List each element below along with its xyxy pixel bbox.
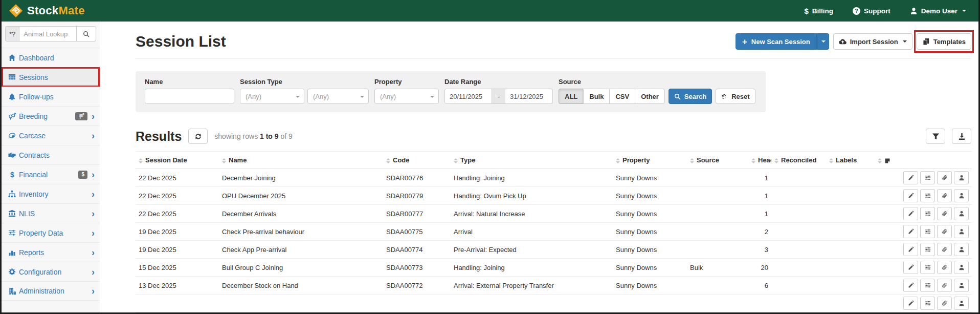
stockmate-logo[interactable]: StockMate	[8, 3, 85, 19]
col-source[interactable]: Source	[687, 152, 748, 169]
col-property[interactable]: Property	[613, 152, 687, 169]
source-bulk-button[interactable]: Bulk	[583, 89, 610, 104]
sidebar-item-dashboard[interactable]: Dashboard	[2, 48, 100, 67]
sidebar-item-reports[interactable]: Reports ›	[2, 242, 100, 262]
col-head[interactable]: Head	[748, 152, 771, 169]
export-download-button[interactable]	[952, 129, 971, 144]
source-other-button[interactable]: Other	[635, 89, 665, 104]
edit-session-button[interactable]	[903, 189, 918, 202]
session-details-button[interactable]	[920, 225, 935, 238]
filter-columns-button[interactable]	[926, 129, 945, 144]
source-csv-button[interactable]: CSV	[609, 89, 635, 104]
sidebar-item-breeding[interactable]: Breeding ⚤ ›	[2, 106, 100, 125]
billing-link[interactable]: $ Billing	[804, 7, 833, 15]
date-to-input[interactable]	[505, 89, 553, 104]
sidebar-item-administration[interactable]: Administration ›	[2, 281, 100, 301]
sidebar-item-financial[interactable]: $ Financial $ ›	[2, 164, 100, 184]
session-row[interactable]	[136, 295, 972, 312]
cell-property: Sunny Downs	[613, 241, 687, 259]
col-labels[interactable]: Labels	[826, 152, 875, 169]
edit-session-button[interactable]	[903, 261, 918, 274]
session-details-button[interactable]	[920, 261, 935, 274]
session-row[interactable]: 13 Dec 2025 December Stock on Hand SDAA0…	[136, 277, 972, 295]
edit-session-button[interactable]	[903, 279, 918, 292]
user-label: Demo User	[921, 7, 957, 15]
reset-button[interactable]: Reset	[716, 89, 755, 104]
col-notes[interactable]	[875, 152, 900, 169]
session-details-button[interactable]	[920, 207, 935, 220]
cell-name: Check Pre-arrival behaviour	[219, 223, 383, 241]
assign-user-button[interactable]	[954, 225, 969, 238]
session-row[interactable]: 22 Dec 2025 December Joining SDAR00776 H…	[136, 169, 972, 187]
templates-button[interactable]: Templates	[917, 33, 971, 50]
cell-reconciled	[771, 259, 826, 277]
animal-lookup-input[interactable]	[19, 26, 77, 41]
date-from-input[interactable]	[444, 89, 492, 104]
search-button[interactable]: Search	[669, 89, 712, 104]
cell-name: December Joining	[219, 169, 383, 187]
session-row[interactable]: 19 Dec 2025 Check Pre-arrival behaviour …	[136, 223, 972, 241]
attachments-button[interactable]	[937, 297, 952, 310]
col-name[interactable]: Name	[219, 152, 383, 169]
sidebar-item-carcase[interactable]: Carcase ›	[2, 125, 100, 145]
attachments-button[interactable]	[937, 171, 952, 184]
edit-session-button[interactable]	[903, 225, 918, 238]
attachments-button[interactable]	[937, 189, 952, 202]
session-row[interactable]: 15 Dec 2025 Bull Group C Joining SDAA007…	[136, 259, 972, 277]
cell-type: Handling: Joining	[451, 259, 613, 277]
session-details-button[interactable]	[920, 189, 935, 202]
new-scan-session-button[interactable]: + New Scan Session	[736, 33, 817, 50]
session-type-filter-label: Session Type	[240, 78, 369, 86]
animal-lookup-search-button[interactable]	[77, 26, 96, 41]
cell-labels	[826, 259, 875, 277]
edit-session-button[interactable]	[903, 171, 918, 184]
source-all-button[interactable]: ALL	[559, 89, 584, 104]
cell-labels	[826, 295, 875, 312]
import-session-button[interactable]: Import Session	[833, 33, 912, 50]
name-filter-input[interactable]	[145, 89, 234, 104]
session-row[interactable]: 19 Dec 2025 Check App Pre-arrival SDAA00…	[136, 241, 972, 259]
new-scan-session-caret-button[interactable]	[817, 33, 829, 50]
session-details-button[interactable]	[920, 297, 935, 310]
sidebar-item-sessions[interactable]: Sessions	[2, 67, 100, 87]
edit-session-button[interactable]	[903, 297, 918, 310]
attachments-button[interactable]	[937, 243, 952, 256]
col-code[interactable]: Code	[383, 152, 451, 169]
sidebar-item-nlis[interactable]: NLIS ›	[2, 203, 100, 223]
refresh-button[interactable]	[188, 129, 208, 144]
session-row[interactable]: 22 Dec 2025 OPU December 2025 SDAR00779 …	[136, 187, 972, 205]
attachments-button[interactable]	[937, 207, 952, 220]
session-details-button[interactable]	[920, 243, 935, 256]
property-select[interactable]: (Any)	[374, 89, 439, 104]
session-details-button[interactable]	[920, 171, 935, 184]
attachments-button[interactable]	[937, 261, 952, 274]
cell-labels	[826, 187, 875, 205]
sidebar-item-configuration[interactable]: Configuration ›	[2, 262, 100, 281]
user-menu[interactable]: Demo User	[910, 7, 966, 15]
sliders-icon	[925, 264, 931, 270]
session-details-button[interactable]	[920, 279, 935, 292]
assign-user-button[interactable]	[954, 207, 969, 220]
col-type[interactable]: Type	[451, 152, 613, 169]
assign-user-button[interactable]	[954, 189, 969, 202]
session-subtype-select[interactable]: (Any)	[307, 89, 369, 104]
sidebar-item-inventory[interactable]: Inventory ›	[2, 184, 100, 203]
session-row[interactable]: 22 Dec 2025 December Arrivals SDAR00777 …	[136, 205, 972, 223]
sidebar-item-contracts[interactable]: Contracts	[2, 145, 100, 164]
assign-user-button[interactable]	[954, 297, 969, 310]
sidebar-item-property-data[interactable]: Property Data ›	[2, 223, 100, 242]
attachments-button[interactable]	[937, 225, 952, 238]
assign-user-button[interactable]	[954, 279, 969, 292]
attachments-button[interactable]	[937, 279, 952, 292]
assign-user-button[interactable]	[954, 243, 969, 256]
session-type-select[interactable]: (Any)	[240, 89, 304, 104]
sidebar-item-follow-ups[interactable]: Follow-ups	[2, 87, 100, 106]
cell-code: SDAA00773	[383, 259, 451, 277]
col-reconciled[interactable]: Reconciled	[771, 152, 826, 169]
support-link[interactable]: ? Support	[853, 7, 890, 15]
edit-session-button[interactable]	[903, 207, 918, 220]
edit-session-button[interactable]	[903, 243, 918, 256]
assign-user-button[interactable]	[954, 261, 969, 274]
col-session-date[interactable]: Session Date	[136, 152, 219, 169]
assign-user-button[interactable]	[954, 171, 969, 184]
